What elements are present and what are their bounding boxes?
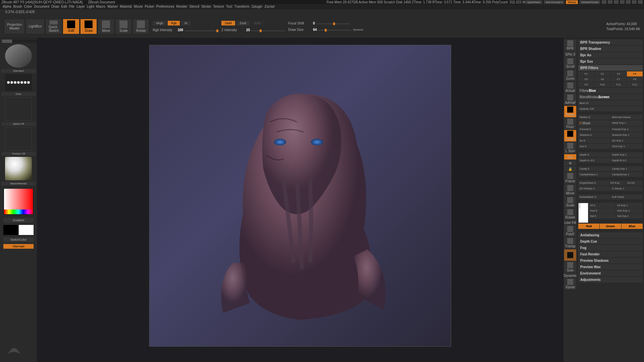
e-sense-slider[interactable]: E Sense 1 bbox=[611, 186, 643, 191]
rotate-button[interactable]: Rotate bbox=[132, 19, 149, 34]
linefill-button[interactable]: Line Fill bbox=[564, 221, 576, 225]
z-intensity-slider[interactable]: Z Intensity 25 bbox=[221, 28, 285, 32]
ghost-button[interactable] bbox=[564, 249, 576, 261]
menu-stroke[interactable]: Stroke bbox=[201, 5, 211, 9]
menu-draw[interactable]: Draw bbox=[51, 5, 59, 9]
bpr-filters-header[interactable]: BPR Filters bbox=[578, 65, 643, 71]
menu-tool[interactable]: Tool bbox=[226, 5, 232, 9]
menu-macro[interactable]: Macro bbox=[96, 5, 106, 9]
normal-gauss-toggle[interactable]: ▸Normal Gauss bbox=[611, 115, 643, 120]
m-button[interactable]: M bbox=[181, 21, 191, 25]
environment-header[interactable]: Environment bbox=[578, 270, 643, 276]
quicksave-button[interactable]: QuickSave bbox=[525, 0, 542, 4]
brush-thumbnail[interactable] bbox=[5, 44, 32, 68]
fog-header[interactable]: Fog bbox=[578, 245, 643, 251]
menu-layer[interactable]: Layer bbox=[76, 5, 85, 9]
window-icon-4[interactable] bbox=[620, 0, 625, 4]
rot-center-button[interactable]: ⊕ bbox=[564, 160, 576, 166]
preview-shadows-header[interactable]: Preview Shadows bbox=[578, 258, 643, 263]
menu-light[interactable]: Light bbox=[87, 5, 94, 9]
menu-stencil[interactable]: Stencil bbox=[189, 5, 199, 9]
sss-exp-slider[interactable]: SSS Exp 1 bbox=[611, 144, 643, 149]
maximize-icon[interactable] bbox=[632, 0, 637, 4]
menu-alpha[interactable]: Alpha bbox=[3, 5, 11, 9]
nav-rotate-button[interactable]: Rotate bbox=[564, 208, 576, 220]
projection-master-button[interactable]: Projection Master bbox=[4, 19, 25, 34]
scale-button[interactable]: Scale bbox=[115, 19, 132, 34]
dynamic-toggle[interactable]: Dynamic bbox=[353, 28, 363, 31]
local-button[interactable]: Local bbox=[564, 130, 576, 141]
sss-slider[interactable]: Sss 0 bbox=[578, 144, 610, 149]
depth-a-slider[interactable]: Depth A -0.5 bbox=[578, 158, 610, 163]
menu-brush[interactable]: Brush bbox=[13, 5, 22, 9]
filter-type-select[interactable]: Filter▸Blue bbox=[578, 88, 643, 94]
filter-f10[interactable]: F10 bbox=[594, 82, 610, 87]
alpha-thumbnail[interactable] bbox=[5, 97, 32, 121]
alternate-button[interactable]: Alternate bbox=[3, 244, 34, 249]
scroll-button[interactable]: Scroll bbox=[564, 58, 576, 69]
solo-button[interactable]: Solo bbox=[564, 261, 576, 273]
noisemaker-slider[interactable]: NoiseMaker 0 bbox=[578, 194, 610, 199]
preview-wax-header[interactable]: Preview Wax bbox=[578, 264, 643, 270]
xyz-button[interactable]: Xyz bbox=[564, 154, 576, 160]
menu-material[interactable]: Material bbox=[120, 5, 132, 9]
draw-size-slider[interactable]: Draw Size 64 Dynamic bbox=[288, 28, 363, 32]
transp-button[interactable]: Transp bbox=[564, 237, 576, 249]
persp-button[interactable]: Persp bbox=[564, 106, 576, 117]
blendmode-select[interactable]: BlendMode▸Screen bbox=[578, 94, 643, 100]
viewport[interactable] bbox=[149, 45, 451, 347]
bpr-shadow-header[interactable]: BPR Shadow bbox=[578, 46, 643, 52]
actual-button[interactable]: Actual bbox=[564, 82, 576, 93]
lightbox-button[interactable]: LightBox bbox=[25, 19, 45, 34]
filter-f2[interactable]: F2 bbox=[594, 71, 610, 76]
ed-exp-slider[interactable]: ED Exp bbox=[609, 180, 626, 185]
lsym-button[interactable]: L.Sym bbox=[564, 142, 576, 154]
hue-slider[interactable]: Hue 0 bbox=[589, 208, 615, 213]
bpr-sss-header[interactable]: Bpr Sss bbox=[578, 59, 643, 64]
blue-slider[interactable]: Blue 51 bbox=[578, 101, 643, 106]
ao-exp-slider[interactable]: AO Exp 1 bbox=[611, 138, 643, 143]
bpr-transparency-header[interactable]: BPR Transparency bbox=[578, 40, 643, 45]
window-icon-1[interactable] bbox=[602, 0, 606, 4]
red-toggle[interactable]: Red bbox=[578, 224, 599, 229]
blue-toggle[interactable]: Blue bbox=[622, 224, 643, 229]
filter-color-swatch[interactable]: Color bbox=[578, 203, 588, 223]
floor-button[interactable]: Floor bbox=[564, 118, 576, 129]
ed-radius-slider[interactable]: ED Radius 1 bbox=[578, 186, 610, 191]
color-picker[interactable] bbox=[3, 188, 34, 215]
edit-noise-button[interactable]: Edit Noise bbox=[611, 194, 643, 199]
gradient-button[interactable]: Gradient bbox=[3, 218, 34, 223]
depth-b-slider[interactable]: Depth B 0.5 bbox=[611, 158, 643, 163]
nav-scale-button[interactable]: Scale bbox=[564, 196, 576, 208]
bpr-button[interactable]: BPR bbox=[564, 40, 576, 51]
menu-movie[interactable]: Movie bbox=[134, 5, 143, 9]
spix-slider[interactable]: SPix 3 bbox=[564, 52, 576, 57]
filter-f8[interactable]: F8 bbox=[627, 77, 643, 82]
menu-file[interactable]: File bbox=[69, 5, 74, 9]
filter-f1[interactable]: F1 bbox=[578, 71, 594, 76]
cavity-sense-slider[interactable]: CavitySense 1 bbox=[611, 172, 643, 177]
mask-exp-slider[interactable]: Mask Exp 1 bbox=[611, 120, 643, 126]
mrgb-button[interactable]: Mrgb bbox=[153, 21, 166, 25]
filter-f11[interactable]: F11 bbox=[611, 82, 627, 87]
adjustments-header[interactable]: Adjustments bbox=[578, 277, 643, 283]
mask-slider[interactable]: 0 Mask bbox=[578, 120, 610, 126]
rgb-button[interactable]: Rgb bbox=[168, 21, 180, 25]
zsub-button[interactable]: Zsub bbox=[236, 21, 250, 25]
aahalf-button[interactable]: AAHalf bbox=[564, 94, 576, 105]
canvas-area[interactable] bbox=[37, 38, 564, 362]
filter-f4[interactable]: F4 bbox=[627, 71, 643, 76]
green-toggle[interactable]: Green bbox=[600, 224, 621, 229]
cavity-exp-slider[interactable]: Cavity Exp 1 bbox=[611, 166, 643, 171]
menu-transform[interactable]: Transform bbox=[234, 5, 249, 9]
draw-button[interactable]: Draw bbox=[80, 19, 97, 34]
menu-marker[interactable]: Marker bbox=[107, 5, 118, 9]
color-white-swatch[interactable] bbox=[19, 225, 34, 235]
menu-texture[interactable]: Texture bbox=[213, 5, 224, 9]
menu-preferences[interactable]: Preferences bbox=[156, 5, 174, 9]
int-slider[interactable]: Int 0 bbox=[589, 203, 615, 208]
menus-button[interactable]: Menus bbox=[566, 0, 578, 4]
int-exp-slider[interactable]: Int Exp 1 bbox=[616, 203, 643, 208]
polyf-button[interactable]: PolyF bbox=[564, 225, 576, 237]
frame-button[interactable]: Frame bbox=[564, 172, 576, 184]
